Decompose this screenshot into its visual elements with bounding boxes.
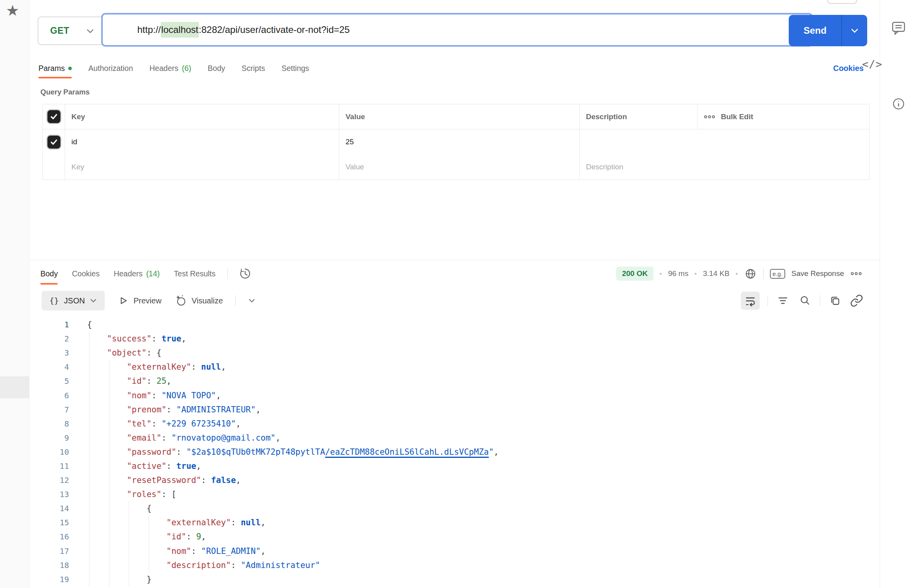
column-header-value: Value (339, 104, 579, 129)
code-text: "tel": "+229 67235410", (87, 419, 241, 428)
indent-guide (109, 445, 109, 459)
code-text: "resetPassword": false, (87, 475, 241, 485)
indent-guide (149, 544, 149, 558)
code-line: 19 } (30, 572, 879, 586)
favorite-star-icon[interactable]: ★ (6, 3, 19, 18)
send-button[interactable]: Send (789, 15, 867, 46)
code-line: 9 "email": "rnovatopo@gmail.com", (30, 431, 879, 445)
bulk-edit-button[interactable]: Bulk Edit (697, 104, 869, 129)
info-icon[interactable] (891, 96, 906, 111)
code-text: "email": "rnovatopo@gmail.com", (87, 433, 280, 443)
method-label: GET (50, 25, 69, 36)
code-text: "description": "Administrateur" (87, 561, 320, 570)
tab-label: Authorization (88, 64, 133, 73)
postman-request-view: ★ </> GET http://localho (0, 0, 917, 588)
tab-label: Headers (149, 64, 178, 73)
indent-guide (109, 515, 109, 530)
code-text: { (87, 504, 151, 513)
description-input[interactable]: Description (579, 154, 869, 180)
method-select[interactable]: GET (38, 16, 104, 45)
tab-label: Body (40, 269, 58, 278)
wrap-text-button[interactable] (741, 292, 760, 310)
response-tab-body[interactable]: Body (40, 262, 58, 285)
request-tab-headers[interactable]: Headers(6) (149, 57, 191, 79)
indent-guide (89, 544, 89, 558)
preview-button[interactable]: Preview (117, 295, 161, 307)
line-number: 1 (30, 320, 69, 329)
request-tabs: ParamsAuthorizationHeaders(6)BodyScripts… (38, 57, 309, 79)
code-line: 14 { (30, 501, 879, 515)
chevron-down-icon (86, 28, 94, 34)
filter-icon[interactable] (776, 294, 790, 308)
code-line: 10 "password": "$2a$10$qTUb0tMK72pT48pyt… (30, 445, 879, 459)
select-all-cell[interactable] (43, 104, 65, 129)
indent-guide (109, 403, 109, 417)
code-text: "nom": "ROLE_ADMIN", (87, 546, 266, 556)
indent-guide (89, 431, 89, 445)
code-line: 1{ (30, 318, 879, 332)
line-number: 15 (30, 518, 69, 527)
code-text: "object": { (87, 348, 162, 358)
response-tab-cookies[interactable]: Cookies (72, 262, 99, 285)
url-input[interactable]: http://localhost:8282/api/user/activate-… (101, 13, 813, 47)
line-number: 7 (30, 405, 69, 414)
pane-divider[interactable] (30, 260, 880, 260)
indent-guide (89, 360, 89, 374)
search-icon[interactable] (798, 294, 812, 308)
visualize-label: Visualize (192, 296, 223, 305)
tab-label: Scripts (242, 64, 265, 73)
response-size: 3.14 KB (703, 269, 730, 278)
key-input[interactable]: id (65, 129, 339, 154)
line-number: 11 (30, 461, 69, 471)
more-dots-icon[interactable] (850, 271, 862, 276)
code-text: "roles": [ (87, 490, 176, 499)
code-text: "prenom": "ADMINISTRATEUR", (87, 405, 261, 414)
description-input[interactable] (579, 129, 869, 154)
code-text: "id": 25, (87, 376, 171, 386)
value-input[interactable]: 25 (339, 129, 579, 154)
line-number: 5 (30, 376, 69, 386)
indent-guide (89, 515, 89, 530)
request-tab-params[interactable]: Params (38, 57, 72, 79)
request-tab-scripts[interactable]: Scripts (242, 57, 265, 79)
separator (227, 268, 228, 279)
chevron-down-icon[interactable] (248, 298, 255, 303)
key-input[interactable]: Key (65, 154, 339, 180)
select-all-checkbox[interactable] (47, 110, 60, 123)
link-icon[interactable] (850, 294, 863, 307)
save-response-button[interactable]: Save Response (791, 269, 844, 278)
response-tab-test-results[interactable]: Test Results (174, 262, 215, 285)
visualize-button[interactable]: Visualize (174, 294, 223, 307)
code-text: "externalKey": null, (87, 518, 266, 527)
tab-label: Body (208, 64, 225, 73)
copy-icon[interactable] (828, 294, 842, 308)
indent-guide (89, 445, 89, 459)
code-line: 7 "prenom": "ADMINISTRATEUR", (30, 403, 879, 417)
preview-label: Preview (133, 296, 161, 305)
response-viewer-toolbar: {} JSON Preview Visualize (42, 290, 255, 311)
separator (768, 295, 768, 306)
response-history-icon[interactable] (238, 267, 252, 281)
request-tab-authorization[interactable]: Authorization (88, 57, 133, 79)
row-checkbox[interactable] (47, 136, 60, 149)
value-input[interactable]: Value (339, 154, 579, 180)
format-label: JSON (64, 296, 85, 305)
indent-guide (89, 473, 89, 487)
network-globe-icon[interactable] (744, 267, 757, 280)
request-tab-settings[interactable]: Settings (282, 57, 309, 79)
send-options-caret[interactable] (842, 15, 867, 46)
cookies-link[interactable]: Cookies (833, 57, 864, 79)
request-tab-body[interactable]: Body (208, 57, 225, 79)
line-number: 6 (30, 391, 69, 400)
response-tab-headers[interactable]: Headers(14) (114, 262, 160, 285)
left-rail: ★ (0, 0, 29, 588)
comments-icon[interactable] (891, 20, 906, 36)
code-line: 13 "roles": [ (30, 487, 879, 501)
row-checkbox-cell[interactable] (43, 129, 65, 154)
separator (763, 268, 764, 279)
indent-guide (89, 572, 89, 586)
format-select[interactable]: {} JSON (42, 291, 105, 310)
response-body-editor[interactable]: 1{2 "success": true,3 "object": {4 "exte… (30, 318, 879, 588)
example-icon[interactable]: e.g. (770, 269, 785, 279)
indent-guide (89, 530, 89, 544)
